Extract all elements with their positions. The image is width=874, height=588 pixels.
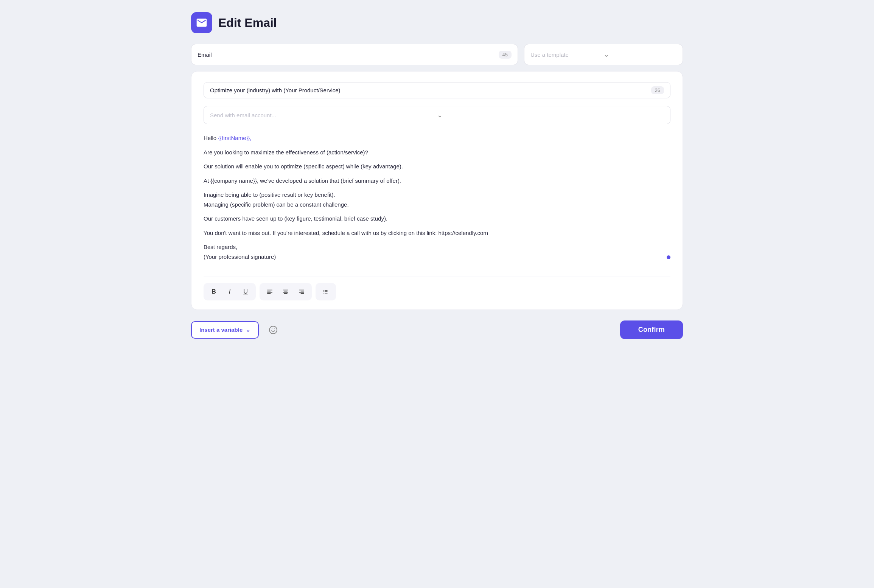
email-body[interactable]: Hello {{firstName}}, Are you looking to … [204,133,670,271]
chevron-down-icon: ⌄ [603,50,676,59]
body-line6: You don't want to miss out. If you're in… [204,228,670,238]
template-select[interactable]: Use a template ⌄ [524,44,683,65]
bold-button[interactable]: B [207,285,220,298]
email-char-count: 45 [499,51,512,59]
cursor-indicator [667,255,670,259]
body-signature: Best regards, (Your professional signatu… [204,242,670,261]
subject-char-count: 26 [651,86,664,94]
body-line1: Are you looking to maximize the effectiv… [204,148,670,157]
app-icon [191,12,212,33]
align-right-button[interactable] [295,285,308,298]
editor-toolbar: B I U [204,277,670,300]
email-input-wrap: 45 [191,44,518,65]
list-group [316,283,336,300]
template-select-placeholder: Use a template [530,51,603,58]
insert-variable-label: Insert a variable [199,327,243,333]
align-left-button[interactable] [263,285,276,298]
firstname-variable: {{firstName}}, [218,135,251,141]
text-format-group: B I U [204,283,256,300]
list-button[interactable] [319,285,332,298]
body-line2: Our solution will enable you to optimize… [204,162,670,171]
align-group [260,283,312,300]
italic-button[interactable]: I [223,285,236,298]
send-account-select[interactable]: Send with email account... ⌄ [204,106,670,124]
chevron-down-icon: ⌄ [246,327,250,333]
page-title: Edit Email [218,16,277,30]
chevron-down-icon: ⌄ [437,111,664,119]
send-account-placeholder: Send with email account... [210,112,437,118]
subject-input[interactable] [210,87,651,93]
insert-variable-button[interactable]: Insert a variable ⌄ [191,321,259,339]
confirm-button[interactable]: Confirm [620,320,683,339]
underline-button[interactable]: U [239,285,252,298]
bottom-bar: Insert a variable ⌄ Confirm [191,320,683,339]
editor-card: 26 Send with email account... ⌄ Hello {{… [191,71,683,310]
subject-row: 26 [204,82,670,98]
align-center-button[interactable] [279,285,292,298]
svg-point-0 [269,326,277,334]
body-line5: Our customers have seen up to (key figur… [204,214,670,224]
emoji-button[interactable] [265,322,281,338]
body-line3: At {{company name}}, we've developed a s… [204,176,670,186]
body-greeting: Hello {{firstName}}, [204,133,670,143]
body-line4: Imagine being able to (positive result o… [204,190,670,209]
email-input[interactable] [198,51,499,58]
